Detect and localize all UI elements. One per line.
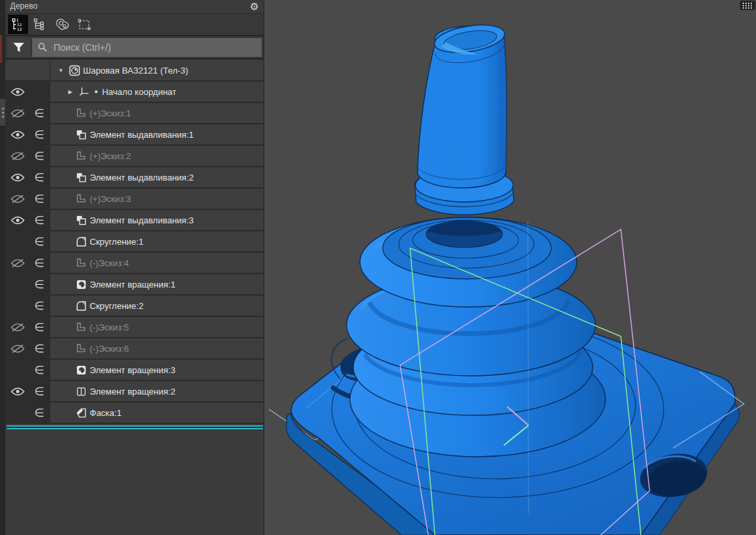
tree-item: (-)Эскиз:6 (50, 338, 264, 358)
part-solid-icon (55, 17, 70, 32)
grid-dots-icon[interactable] (740, 1, 755, 10)
tree-item-label: Элемент выдавливания:2 (90, 173, 193, 183)
element-of-icon[interactable]: ∈ (29, 235, 50, 249)
search-row (5, 36, 264, 60)
tree-row[interactable]: ∈(+)Эскиз:1 (5, 103, 264, 124)
hierarchy-view-button[interactable] (30, 15, 50, 34)
row-gutter: ∈ (5, 231, 50, 251)
tree-item-label: (-)Эскиз:4 (90, 258, 129, 268)
element-of-icon[interactable]: ∈ (29, 256, 50, 270)
extrude-icon (74, 129, 88, 140)
gear-icon[interactable]: ⚙ (250, 0, 259, 13)
element-of-icon[interactable]: ∈ (29, 128, 50, 142)
sketch-icon (74, 343, 88, 354)
tree-item: (+)Эскиз:2 (50, 146, 264, 166)
structure-view-button[interactable]: 1 11 12 (8, 15, 28, 34)
element-of-icon[interactable]: ∈ (29, 278, 50, 292)
tree-item: (+)Эскиз:3 (50, 189, 264, 209)
tree-row[interactable]: ∈(+)Эскиз:3 (5, 189, 264, 210)
sketch-icon (74, 322, 88, 332)
eye-hidden-icon[interactable] (5, 152, 29, 160)
eye-visible-icon[interactable] (5, 173, 29, 182)
structure-tree-icon: 1 11 12 (11, 17, 25, 32)
chamfer-icon (74, 407, 88, 419)
eye-hidden-icon[interactable] (5, 195, 29, 203)
eye-visible-icon[interactable] (5, 387, 29, 396)
tree-expand-arrow[interactable]: ▶ (68, 89, 78, 95)
tree-item-label: Элемент вращения:3 (90, 365, 175, 375)
tree-expand-arrow[interactable]: ▼ (58, 68, 68, 74)
eye-hidden-icon[interactable] (5, 109, 29, 118)
tree-row[interactable]: ∈Скругление:2 (5, 296, 264, 317)
sketch-icon (74, 150, 88, 161)
tree-row[interactable]: ∈(+)Эскиз:2 (5, 146, 264, 167)
eye-hidden-icon[interactable] (5, 259, 29, 268)
element-of-icon[interactable]: ∈ (29, 299, 50, 313)
3d-viewport[interactable] (264, 0, 756, 535)
eye-visible-icon[interactable] (5, 88, 29, 96)
eye-visible-icon[interactable] (5, 130, 29, 139)
origin-bullet-icon: ● (94, 88, 98, 95)
tree-item-label: (-)Эскиз:5 (90, 322, 129, 332)
filter-button[interactable] (7, 38, 30, 57)
row-gutter: ∈ (5, 403, 50, 423)
element-of-icon[interactable]: ∈ (29, 213, 50, 227)
row-gutter: ∈ (5, 381, 50, 401)
tree-insertion-marker[interactable] (7, 425, 263, 429)
tree-item-label: (+)Эскиз:3 (90, 194, 131, 204)
element-of-icon[interactable]: ∈ (29, 149, 50, 163)
tree-item-label: Элемент вращения:1 (90, 280, 175, 290)
eye-hidden-icon[interactable] (5, 344, 29, 353)
row-gutter: ∈ (5, 253, 50, 273)
element-of-icon[interactable]: ∈ (29, 363, 50, 377)
sketch-icon (74, 257, 88, 268)
tree-item-label: (-)Эскиз:6 (90, 344, 129, 354)
tree-row[interactable]: ∈Элемент вращения:3 (5, 360, 264, 381)
row-gutter: ∈ (5, 338, 50, 358)
row-gutter (5, 60, 50, 80)
tree-row[interactable]: ∈Элемент выдавливания:1 (5, 124, 264, 146)
eye-visible-icon[interactable] (5, 216, 29, 225)
element-of-icon[interactable]: ∈ (29, 320, 50, 334)
row-gutter: ∈ (5, 146, 50, 166)
tree-row[interactable]: ∈Элемент вращения:2 (5, 381, 264, 403)
svg-text:12: 12 (17, 26, 22, 31)
objects-filter-button[interactable] (52, 15, 72, 34)
tree-item-label: Элемент выдавливания:1 (90, 130, 193, 140)
eye-hidden-icon[interactable] (5, 323, 29, 332)
tree-row[interactable]: ∈Элемент вращения:1 (5, 274, 264, 296)
tree-item-label: Элемент выдавливания:3 (90, 215, 193, 225)
tree-item: Элемент вращения:2 (50, 381, 264, 401)
tree-row[interactable]: ∈Элемент выдавливания:3 (5, 210, 264, 231)
tree-row[interactable]: ▶●Начало координат (5, 82, 264, 103)
element-of-icon[interactable]: ∈ (29, 342, 50, 356)
tree-row[interactable]: ∈Элемент выдавливания:2 (5, 167, 264, 189)
tree-item: (-)Эскиз:5 (50, 317, 264, 337)
sketch-icon (74, 193, 88, 204)
search-box[interactable] (32, 38, 262, 57)
element-of-icon[interactable]: ∈ (29, 192, 50, 206)
area-selection-button[interactable] (74, 15, 94, 34)
tree-row[interactable]: ∈(-)Эскиз:6 (5, 338, 264, 360)
element-of-icon[interactable]: ∈ (29, 385, 50, 399)
tree-panel: Дерево ⚙ 1 11 12 (5, 0, 264, 535)
panel-header: Дерево ⚙ (5, 0, 264, 14)
tree-row[interactable]: ▼Шаровая ВАЗ2121 (Тел-3) (5, 60, 264, 82)
row-gutter: ∈ (5, 296, 50, 316)
dock-accent (0, 35, 2, 63)
collapsed-panel-tab[interactable] (0, 99, 5, 126)
tree-row[interactable]: ∈(-)Эскиз:4 (5, 253, 264, 274)
element-of-icon[interactable]: ∈ (29, 106, 50, 120)
element-of-icon[interactable]: ∈ (29, 406, 50, 420)
tree-row[interactable]: ∈Скругление:1 (5, 231, 264, 253)
tree-item: (-)Эскиз:4 (50, 253, 264, 273)
search-input[interactable] (52, 41, 262, 54)
extrude-icon (74, 215, 88, 226)
tree-row[interactable]: ∈Фаска:1 (5, 403, 264, 424)
tree-item: Элемент вращения:1 (50, 274, 264, 294)
origin-icon (78, 86, 91, 97)
row-gutter (5, 82, 50, 102)
tree-row[interactable]: ∈(-)Эскиз:5 (5, 317, 264, 338)
row-gutter: ∈ (5, 360, 50, 380)
element-of-icon[interactable]: ∈ (29, 171, 50, 185)
